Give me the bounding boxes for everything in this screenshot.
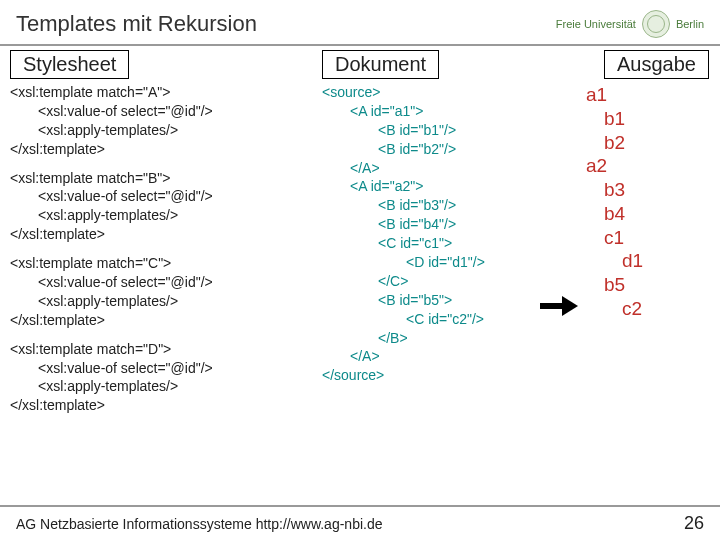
dokument-code: <source><A id="a1"><B id="b1"/><B id="b2… bbox=[322, 83, 552, 385]
code-line: </C> bbox=[322, 272, 552, 291]
code-line: <xsl:apply-templates/> bbox=[10, 121, 310, 140]
slide-body: Stylesheet <xsl:template match="A"> <xsl… bbox=[0, 46, 720, 496]
code-line: <xsl:apply-templates/> bbox=[10, 292, 310, 311]
slide-header: Templates mit Rekursion Freie Universitä… bbox=[0, 0, 720, 46]
code-line: <xsl:value-of select="@id"/> bbox=[10, 102, 310, 121]
label-dokument: Dokument bbox=[322, 50, 439, 79]
column-dokument: Dokument <source><A id="a1"><B id="b1"/>… bbox=[322, 50, 552, 385]
seal-icon bbox=[642, 10, 670, 38]
code-line: <C id="c1"> bbox=[322, 234, 552, 253]
code-line: </source> bbox=[322, 366, 552, 385]
slide-title: Templates mit Rekursion bbox=[16, 11, 257, 37]
output-line: b1 bbox=[580, 107, 710, 131]
arrow-icon bbox=[540, 296, 580, 316]
slide-footer: AG Netzbasierte Informationssysteme http… bbox=[0, 505, 720, 540]
output-line: d1 bbox=[580, 249, 710, 273]
code-line: </A> bbox=[322, 159, 552, 178]
template-block: <xsl:template match="C"> <xsl:value-of s… bbox=[10, 254, 310, 330]
code-line: </B> bbox=[322, 329, 552, 348]
code-line: <xsl:template match="C"> bbox=[10, 254, 310, 273]
page-number: 26 bbox=[684, 513, 704, 534]
code-line: </xsl:template> bbox=[10, 225, 310, 244]
code-line: <xsl:value-of select="@id"/> bbox=[10, 273, 310, 292]
stylesheet-code: <xsl:template match="A"> <xsl:value-of s… bbox=[10, 83, 310, 415]
code-line: <xsl:apply-templates/> bbox=[10, 206, 310, 225]
code-line: <B id="b2"/> bbox=[322, 140, 552, 159]
code-line: <xsl:template match="B"> bbox=[10, 169, 310, 188]
code-line: <B id="b1"/> bbox=[322, 121, 552, 140]
logo-city: Berlin bbox=[676, 18, 704, 30]
code-line: <xsl:template match="A"> bbox=[10, 83, 310, 102]
output-line: a1 bbox=[580, 83, 710, 107]
code-line: <A id="a1"> bbox=[322, 102, 552, 121]
ausgabe-output: a1b1b2a2b3b4c1d1b5c2 bbox=[580, 83, 710, 321]
column-stylesheet: Stylesheet <xsl:template match="A"> <xsl… bbox=[10, 50, 310, 425]
code-line: </xsl:template> bbox=[10, 396, 310, 415]
code-line: </xsl:template> bbox=[10, 311, 310, 330]
code-line: </xsl:template> bbox=[10, 140, 310, 159]
output-line: c1 bbox=[580, 226, 710, 250]
footer-text: AG Netzbasierte Informationssysteme http… bbox=[16, 516, 383, 532]
code-line: <xsl:template match="D"> bbox=[10, 340, 310, 359]
code-line: <B id="b3"/> bbox=[322, 196, 552, 215]
code-line: <B id="b5"> bbox=[322, 291, 552, 310]
template-block: <xsl:template match="B"> <xsl:value-of s… bbox=[10, 169, 310, 245]
label-ausgabe: Ausgabe bbox=[604, 50, 709, 79]
code-line: <C id="c2"/> bbox=[322, 310, 552, 329]
code-line: <source> bbox=[322, 83, 552, 102]
template-block: <xsl:template match="D"> <xsl:value-of s… bbox=[10, 340, 310, 416]
code-line: <A id="a2"> bbox=[322, 177, 552, 196]
code-line: <xsl:apply-templates/> bbox=[10, 377, 310, 396]
code-line: </A> bbox=[322, 347, 552, 366]
university-logo: Freie Universität Berlin bbox=[556, 10, 704, 38]
output-line: b2 bbox=[580, 131, 710, 155]
output-line: b4 bbox=[580, 202, 710, 226]
label-stylesheet: Stylesheet bbox=[10, 50, 129, 79]
output-line: c2 bbox=[580, 297, 710, 321]
output-line: b5 bbox=[580, 273, 710, 297]
code-line: <D id="d1"/> bbox=[322, 253, 552, 272]
logo-text: Freie Universität bbox=[556, 18, 636, 30]
code-line: <xsl:value-of select="@id"/> bbox=[10, 359, 310, 378]
template-block: <xsl:template match="A"> <xsl:value-of s… bbox=[10, 83, 310, 159]
output-line: a2 bbox=[580, 154, 710, 178]
output-line: b3 bbox=[580, 178, 710, 202]
code-line: <xsl:value-of select="@id"/> bbox=[10, 187, 310, 206]
column-ausgabe: Ausgabe a1b1b2a2b3b4c1d1b5c2 bbox=[580, 50, 710, 321]
code-line: <B id="b4"/> bbox=[322, 215, 552, 234]
